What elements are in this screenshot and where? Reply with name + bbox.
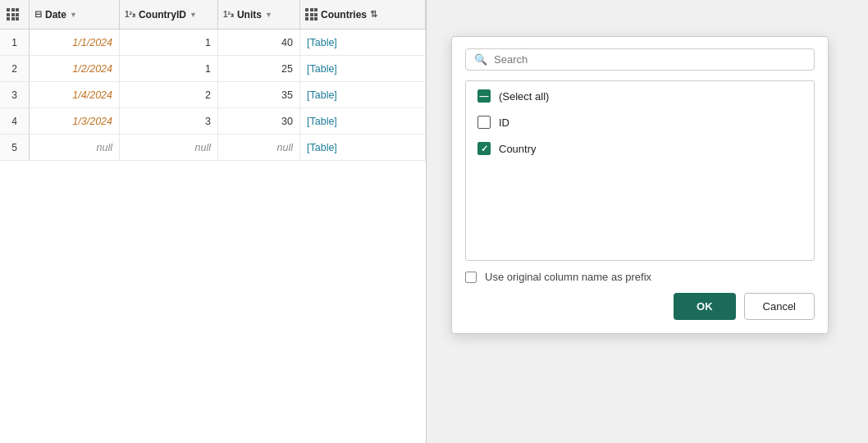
cell-units-5: null bbox=[218, 135, 300, 160]
col-header-countryid[interactable]: 1²₃ CountryID ▼ bbox=[120, 0, 218, 29]
checkbox-country-label[interactable]: Country bbox=[499, 143, 537, 155]
cell-countries-5: [Table] bbox=[300, 135, 426, 160]
cell-rownum-3: 3 bbox=[0, 82, 30, 107]
checkbox-item-select-all[interactable]: (Select all) bbox=[477, 89, 802, 103]
units-dropdown-arrow[interactable]: ▼ bbox=[265, 11, 272, 19]
checkbox-id-label[interactable]: ID bbox=[499, 116, 509, 129]
col-header-rownum bbox=[0, 0, 30, 29]
search-icon: 🔍 bbox=[474, 53, 487, 66]
table-row: 5 null null null [Table] bbox=[0, 135, 426, 161]
cell-countryid-4: 3 bbox=[120, 108, 218, 134]
countries-sort-icon[interactable]: ⇅ bbox=[370, 9, 377, 20]
checkbox-item-country[interactable]: Country bbox=[477, 142, 802, 155]
countryid-type-icon: 1²₃ bbox=[125, 10, 135, 19]
cell-date-5: null bbox=[30, 135, 120, 160]
cell-date-2: 1/2/2024 bbox=[30, 56, 120, 81]
cell-countryid-5: null bbox=[120, 135, 218, 160]
cell-date-3: 1/4/2024 bbox=[30, 82, 120, 107]
cell-rownum-4: 4 bbox=[0, 108, 30, 134]
cell-date-1: 1/1/2024 bbox=[30, 30, 120, 55]
cell-countryid-2: 1 bbox=[120, 56, 218, 81]
checkbox-prefix[interactable] bbox=[465, 272, 477, 283]
table-row: 1 1/1/2024 1 40 [Table] bbox=[0, 30, 426, 56]
col-header-date[interactable]: ⊟ Date ▼ bbox=[30, 0, 120, 29]
cell-rownum-2: 2 bbox=[0, 56, 30, 81]
main-container: ⊟ Date ▼ 1²₃ CountryID ▼ 1²₃ Units ▼ bbox=[0, 0, 868, 443]
cancel-button[interactable]: Cancel bbox=[744, 293, 815, 320]
checkbox-country[interactable] bbox=[477, 142, 491, 155]
table-body: 1 1/1/2024 1 40 [Table] 2 1/2/2024 1 25 … bbox=[0, 30, 426, 443]
grid-icon bbox=[7, 8, 19, 21]
prefix-row[interactable]: Use original column name as prefix bbox=[465, 271, 815, 283]
countryid-dropdown-arrow[interactable]: ▼ bbox=[190, 11, 197, 19]
table-header: ⊟ Date ▼ 1²₃ CountryID ▼ 1²₃ Units ▼ bbox=[0, 0, 426, 30]
cell-countries-3: [Table] bbox=[300, 82, 426, 107]
right-panel: 🔍 (Select all) ID Country bbox=[427, 0, 868, 443]
cell-countries-2: [Table] bbox=[300, 56, 426, 81]
cell-rownum-5: 5 bbox=[0, 135, 30, 160]
calendar-icon: ⊟ bbox=[34, 9, 42, 20]
ok-button[interactable]: OK bbox=[674, 293, 736, 320]
col-countryid-label: CountryID bbox=[139, 9, 186, 21]
col-units-label: Units bbox=[237, 9, 262, 21]
cell-units-4: 30 bbox=[218, 108, 300, 134]
units-type-icon: 1²₃ bbox=[223, 10, 234, 19]
table-row: 3 1/4/2024 2 35 [Table] bbox=[0, 82, 426, 108]
search-input[interactable] bbox=[494, 53, 806, 66]
countries-grid-icon bbox=[305, 8, 318, 21]
cell-units-3: 35 bbox=[218, 82, 300, 107]
dropdown-panel: 🔍 (Select all) ID Country bbox=[451, 36, 829, 334]
checkbox-item-id[interactable]: ID bbox=[477, 116, 802, 129]
table-row: 2 1/2/2024 1 25 [Table] bbox=[0, 56, 426, 82]
col-header-countries[interactable]: Countries ⇅ bbox=[300, 0, 426, 29]
checkbox-select-all-label[interactable]: (Select all) bbox=[499, 90, 549, 103]
col-date-label: Date bbox=[45, 9, 66, 21]
prefix-label: Use original column name as prefix bbox=[485, 271, 651, 283]
table-area: ⊟ Date ▼ 1²₃ CountryID ▼ 1²₃ Units ▼ bbox=[0, 0, 427, 443]
checkbox-select-all[interactable] bbox=[477, 89, 491, 103]
cell-countries-4: [Table] bbox=[300, 108, 426, 134]
search-box[interactable]: 🔍 bbox=[465, 48, 815, 71]
button-row: OK Cancel bbox=[465, 293, 815, 320]
checkbox-list: (Select all) ID Country bbox=[465, 80, 815, 261]
cell-countryid-3: 2 bbox=[120, 82, 218, 107]
cell-rownum-1: 1 bbox=[0, 30, 30, 55]
col-header-units[interactable]: 1²₃ Units ▼ bbox=[218, 0, 300, 29]
cell-countries-1: [Table] bbox=[300, 30, 426, 55]
table-row: 4 1/3/2024 3 30 [Table] bbox=[0, 108, 426, 135]
cell-units-1: 40 bbox=[218, 30, 300, 55]
prefix-label-text: Use original column name as prefix bbox=[485, 271, 651, 283]
checkbox-id[interactable] bbox=[477, 116, 491, 129]
cell-countryid-1: 1 bbox=[120, 30, 218, 55]
cell-units-2: 25 bbox=[218, 56, 300, 81]
cell-date-4: 1/3/2024 bbox=[30, 108, 120, 134]
col-countries-label: Countries bbox=[321, 9, 367, 21]
date-dropdown-arrow[interactable]: ▼ bbox=[70, 11, 77, 19]
